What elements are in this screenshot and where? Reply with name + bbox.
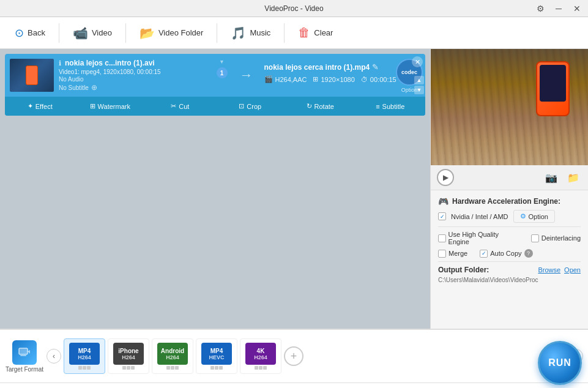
output-folder-label: Output Folder: — [438, 266, 489, 274]
resolution-value: 1920×1080 — [321, 76, 354, 83]
video-folder-label: Video Folder — [158, 28, 203, 37]
video-count: 1 — [217, 67, 228, 78]
rotate-label: Rotate — [314, 103, 334, 110]
phone-screen — [540, 65, 566, 102]
hq-checkbox[interactable] — [438, 234, 446, 242]
merge-checkbox[interactable] — [438, 250, 446, 258]
back-icon: ⊙ — [15, 26, 24, 40]
window-title: VideoProc - Video — [264, 4, 323, 13]
music-label: Music — [250, 28, 270, 37]
subtitle-tool-btn[interactable]: ≡ Subtitle — [355, 99, 426, 113]
hq-label: Use High Quality Engine — [448, 231, 519, 245]
minimize-button[interactable]: ─ — [550, 0, 567, 17]
arrow-icon: → — [237, 67, 256, 83]
auto-copy-item: ✓ Auto Copy ? — [480, 249, 532, 258]
watermark-tool-btn[interactable]: ⊞ Watermark — [75, 99, 146, 113]
double-checkbox-row-2: Merge ✓ Auto Copy ? — [438, 249, 581, 258]
video-card-header: ℹ nokia lejos c...intro (1).avi Video1: … — [5, 54, 425, 97]
folder-actions: Browse Open — [538, 266, 581, 274]
format-dots-1 — [78, 366, 91, 370]
divider-1 — [59, 23, 59, 43]
codec-value: H264,AAC — [275, 76, 307, 83]
clear-button[interactable]: 🗑 Clear — [289, 22, 341, 43]
tab-popular[interactable]: Popular — [0, 383, 117, 388]
right-panel: ▶ 📷 📁 🎮 Hardware Acceleration Engine: ✓ … — [430, 49, 588, 329]
video-label: Video — [92, 28, 112, 37]
video-meta-2: No Audio — [59, 76, 212, 83]
watermark-label: Watermark — [98, 103, 130, 110]
crop-tool-btn[interactable]: ⊡ Crop — [215, 99, 286, 113]
spec-resolution: ⊞ 1920×1080 — [313, 75, 354, 83]
open-button[interactable]: Open — [564, 266, 581, 274]
output-edit-icon[interactable]: ✎ — [372, 62, 379, 72]
format-item-iphone[interactable]: iPhone H264 — [108, 338, 149, 374]
effect-label: Effect — [35, 103, 53, 110]
tab-video[interactable]: Video — [117, 383, 235, 388]
settings-area: 🎮 Hardware Acceleration Engine: ✓ Nvidia… — [431, 190, 588, 329]
format-item-mp4-hevc[interactable]: MP4 HEVC — [196, 338, 237, 374]
nvidia-checkbox[interactable]: ✓ — [438, 212, 446, 220]
camera-button[interactable]: 📷 — [543, 169, 560, 186]
clock-icon: ⏱ — [361, 76, 368, 83]
folder-open-button[interactable]: 📁 — [565, 169, 582, 186]
divider-line-2 — [438, 261, 581, 262]
tab-toolbox[interactable]: Toolbox — [471, 383, 588, 388]
auto-copy-checkbox[interactable]: ✓ — [480, 250, 488, 258]
close-button[interactable]: ✕ — [568, 0, 586, 17]
music-button[interactable]: 🎵 Music — [222, 22, 279, 44]
scroll-up-btn[interactable]: ▲ — [414, 76, 424, 84]
cut-icon: ✂ — [171, 102, 176, 110]
format-item-mp4-h264[interactable]: MP4 H264 — [64, 338, 105, 374]
arrow-right-icon: ▼ — [219, 59, 225, 65]
spec-codec: 🎬 H264,AAC — [264, 75, 307, 83]
format-badge-mp4: MP4 H264 — [69, 343, 100, 365]
divider-line-1 — [438, 226, 581, 227]
cut-tool-btn[interactable]: ✂ Cut — [145, 99, 215, 113]
video-input-info: ℹ nokia lejos c...intro (1).avi Video1: … — [59, 59, 212, 92]
add-sub-icon[interactable]: ⊕ — [91, 83, 97, 92]
effect-tool-btn[interactable]: ✦ Effect — [5, 99, 75, 113]
hw-row: ✓ Nvidia / Intel / AMD ⚙ Option — [438, 210, 581, 223]
thumb-inner — [10, 59, 54, 92]
info-icon: ℹ — [59, 59, 61, 67]
format-dots-5 — [255, 366, 267, 370]
deinterlacing-checkbox[interactable] — [531, 234, 539, 242]
title-bar: VideoProc - Video ⚙ ─ ✕ — [0, 0, 588, 17]
run-button[interactable]: RUN — [538, 341, 582, 385]
browse-button[interactable]: Browse — [538, 266, 560, 274]
carousel-prev-btn[interactable]: ‹ — [47, 349, 61, 364]
output-specs: 🎬 H264,AAC ⊞ 1920×1080 ⏱ 00:00:15 — [264, 75, 417, 83]
video-button[interactable]: 📹 Video — [64, 22, 121, 44]
folder-path: C:\Users\Malavida\Videos\VideoProc — [438, 277, 581, 283]
preview-controls: ▶ 📷 📁 — [431, 165, 588, 190]
hw-icon: 🎮 — [438, 196, 448, 206]
subtitle-icon: ≡ — [376, 103, 379, 110]
effect-icon: ✦ — [28, 102, 33, 110]
back-button[interactable]: ⊙ Back — [6, 23, 54, 43]
format-item-android[interactable]: Android H264 — [152, 338, 193, 374]
preview-phone — [536, 61, 570, 116]
option-button[interactable]: ⚙ Option — [513, 210, 555, 223]
codec-label: codec — [401, 69, 417, 75]
add-format-btn[interactable]: + — [284, 346, 303, 366]
toolbar: ⊙ Back 📹 Video 📂 Video Folder 🎵 Music 🗑 … — [0, 17, 588, 49]
input-filename: nokia lejos c...intro (1).avi — [65, 59, 155, 67]
watermark-icon: ⊞ — [90, 102, 95, 110]
card-close-btn[interactable]: ✕ — [412, 56, 423, 67]
resolution-icon: ⊞ — [313, 75, 318, 83]
scroll-down-btn[interactable]: ▼ — [414, 86, 424, 94]
deinterlacing-item: Deinterlacing — [531, 231, 581, 245]
gear-icon: ⚙ — [520, 212, 526, 220]
tab-device[interactable]: Device — [235, 383, 352, 388]
format-dots-2 — [122, 366, 135, 370]
play-button[interactable]: ▶ — [437, 169, 454, 186]
format-item-4k[interactable]: 4K H264 — [240, 338, 281, 374]
crop-icon: ⊡ — [239, 102, 244, 110]
target-format-icon — [12, 340, 37, 365]
question-icon[interactable]: ? — [524, 249, 533, 258]
rotate-tool-btn[interactable]: ↻ Rotate — [285, 99, 355, 113]
settings-button[interactable]: ⚙ — [532, 0, 549, 17]
video-folder-button[interactable]: 📂 Video Folder — [131, 22, 212, 44]
format-badge-android: Android H264 — [157, 343, 188, 365]
tab-music[interactable]: Music — [353, 383, 471, 388]
